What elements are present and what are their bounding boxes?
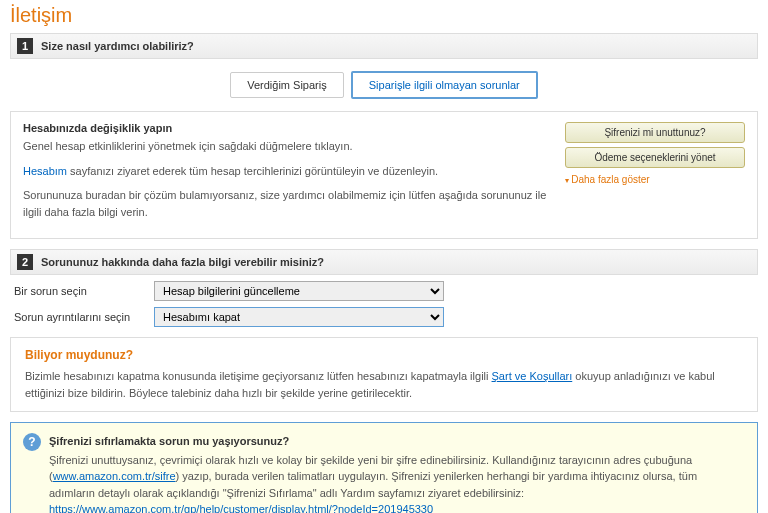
sifre-link[interactable]: www.amazon.com.tr/sifre — [53, 470, 176, 482]
step1-header: 1 Size nasıl yardımcı olabiliriz? — [10, 33, 758, 59]
issue-select-label: Bir sorun seçin — [14, 285, 154, 297]
step1-label: Size nasıl yardımcı olabiliriz? — [41, 40, 194, 52]
box-line3: Sorununuza buradan bir çözüm bulamıyorsa… — [23, 187, 555, 220]
manage-payment-button[interactable]: Ödeme seçeneklerini yönet — [565, 147, 745, 168]
info-title: Biliyor muydunuz? — [25, 348, 743, 362]
step2-num: 2 — [17, 254, 33, 270]
issue-select-row: Bir sorun seçin Hesap bilgilerini güncel… — [10, 281, 758, 301]
issue-select[interactable]: Hesap bilgilerini güncelleme — [154, 281, 444, 301]
box-line1: Genel hesap etkinliklerini yönetmek için… — [23, 138, 555, 155]
alert-content: Şifrenizi sıfırlamakta sorun mu yaşıyors… — [49, 433, 745, 513]
side-buttons: Şifrenizi mi unuttunuz? Ödeme seçenekler… — [565, 122, 745, 228]
tab-non-order[interactable]: Siparişle ilgili olmayan sorunlar — [351, 71, 538, 99]
did-you-know-box: Biliyor muydunuz? Bizimle hesabınızı kap… — [10, 337, 758, 412]
step2-header: 2 Sorununuz hakkında daha fazla bilgi ve… — [10, 249, 758, 275]
account-change-box: Hesabınızda değişiklik yapın Genel hesap… — [10, 111, 758, 239]
show-more-link[interactable]: Daha fazla göster — [565, 174, 745, 185]
account-change-text: Hesabınızda değişiklik yapın Genel hesap… — [23, 122, 555, 228]
detail-select-row: Sorun ayrıntılarını seçin Hesabımı kapat — [10, 307, 758, 327]
alert-title: Şifrenizi sıfırlamakta sorun mu yaşıyors… — [49, 433, 745, 450]
info-icon: ? — [23, 433, 41, 451]
box-line2: Hesabım sayfanızı ziyaret ederek tüm hes… — [23, 163, 555, 180]
account-link[interactable]: Hesabım — [23, 165, 67, 177]
forgot-password-button[interactable]: Şifrenizi mi unuttunuz? — [565, 122, 745, 143]
detail-select[interactable]: Hesabımı kapat — [154, 307, 444, 327]
help-page-link[interactable]: https://www.amazon.com.tr/gp/help/custom… — [49, 503, 433, 513]
info-text: Bizimle hesabınızı kapatma konusunda ile… — [25, 368, 743, 401]
tab-bar: Verdiğim Sipariş Siparişle ilgili olmaya… — [10, 71, 758, 99]
box-title: Hesabınızda değişiklik yapın — [23, 122, 555, 134]
step2-label: Sorununuz hakkında daha fazla bilgi vere… — [41, 256, 324, 268]
tab-order[interactable]: Verdiğim Sipariş — [230, 72, 343, 98]
page-title: İletişim — [10, 4, 758, 27]
password-reset-alert: ? Şifrenizi sıfırlamakta sorun mu yaşıyo… — [10, 422, 758, 513]
step1-num: 1 — [17, 38, 33, 54]
detail-select-label: Sorun ayrıntılarını seçin — [14, 311, 154, 323]
terms-link[interactable]: Şart ve Koşulları — [492, 370, 573, 382]
